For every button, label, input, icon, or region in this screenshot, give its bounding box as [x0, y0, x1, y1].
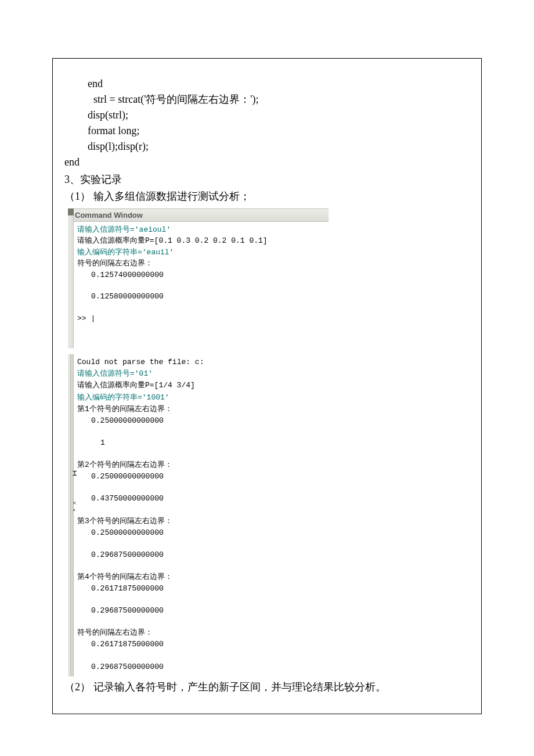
prompt-text: 输入编码的字符串='eauil' — [77, 247, 325, 258]
output-value: 0.12574000000000 — [77, 269, 325, 281]
code-line: disp(l);disp(r); — [64, 139, 470, 154]
code-line: end — [64, 76, 470, 92]
output-value: 0.29687500000000 — [77, 605, 325, 617]
output-value: 0.29687500000000 — [77, 549, 325, 561]
output-value: 0.26171875000000 — [77, 583, 325, 595]
command-output-1: 请输入信源符号='aeioul' 请输入信源概率向量P=[0.1 0.3 0.2… — [70, 222, 329, 349]
output-text: 符号的间隔左右边界： — [77, 258, 325, 269]
output-value: 1 — [77, 437, 325, 449]
code-block: end strl = strcat('符号的间隔左右边界：'); disp(st… — [64, 76, 470, 170]
output-text: 请输入信源概率向量P=[0.1 0.3 0.2 0.2 0.1 0.1] — [77, 235, 325, 247]
prompt-text: 请输入信源符号='01' — [77, 368, 325, 380]
prompt-text: 输入编码的字符串='1001' — [77, 392, 325, 404]
output-value: 0.25000000000000 — [77, 527, 325, 539]
code-line: format long; — [64, 123, 470, 139]
prompt-text: 请输入信源符号='aeioul' — [77, 224, 325, 236]
output-value: 0.43750000000000 — [77, 493, 325, 505]
code-line: end — [64, 154, 470, 170]
output-text: 第3个符号的间隔左右边界： — [77, 516, 325, 527]
command-output-2: ⌶ × ▴ Could not parse the file: c: 请输入信源… — [70, 354, 329, 676]
code-line: strl = strcat('符号的间隔左右边界：'); — [64, 92, 470, 107]
output-text: 第1个符号的间隔左右边界： — [77, 404, 325, 415]
command-window-panel: Command Window 请输入信源符号='aeioul' 请输入信源概率向… — [70, 208, 329, 676]
output-value: 0.12580000000000 — [77, 291, 325, 303]
gutter — [68, 208, 74, 349]
section-sub2: （2） 记录输入各符号时，产生的新子区间，并与理论结果比较分析。 — [64, 679, 470, 696]
code-line: disp(strl); — [64, 107, 470, 123]
section-heading: 3、实验记录 — [64, 171, 470, 188]
output-text: 符号的间隔左右边界： — [77, 627, 325, 639]
output-value: 0.25000000000000 — [77, 415, 325, 427]
text-cursor-icon: ⌶ — [73, 468, 77, 480]
section-sub1: （1） 输入多组信源数据进行测试分析； — [64, 188, 470, 205]
output-value: 0.29687500000000 — [77, 661, 325, 673]
output-text: 请输入信源概率向量P=[1/4 3/4] — [77, 380, 325, 391]
command-window-title: Command Window — [70, 208, 329, 222]
output-value: 0.25000000000000 — [77, 471, 325, 483]
output-value: 0.26171875000000 — [77, 639, 325, 650]
output-text: 第4个符号的间隔左右边界： — [77, 571, 325, 583]
output-text: 第2个符号的间隔左右边界： — [77, 459, 325, 471]
matlab-prompt[interactable]: >> | — [77, 313, 325, 325]
close-icon[interactable]: × — [73, 498, 78, 504]
gutter-handle-icon — [68, 208, 74, 215]
arrow-up-icon[interactable]: ▴ — [73, 506, 78, 512]
output-text: Could not parse the file: c: — [77, 357, 325, 368]
page-frame: end strl = strcat('符号的间隔左右边界：'); disp(st… — [52, 58, 482, 714]
